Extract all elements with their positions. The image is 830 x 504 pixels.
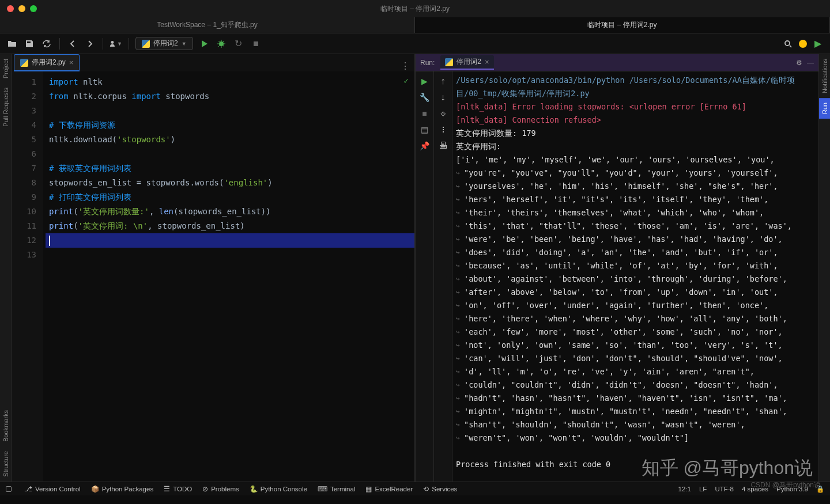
run-coverage-icon[interactable]: ↻ [232,37,245,50]
user-dropdown-icon[interactable]: ▼ [110,37,122,50]
sb-indent[interactable]: 4 spaces [742,486,768,492]
console-output[interactable]: /Users/solo/opt/anaconda3/bin/python /Us… [452,71,818,482]
svg-point-3 [785,41,790,46]
window-title: 临时项目 – 停用词2.py [380,4,450,14]
search-icon[interactable] [782,37,794,50]
status-bar: ⎇ Version Control 📦 Python Packages ☰ TO… [0,482,830,495]
close-tab-icon[interactable]: × [69,58,74,67]
code-body[interactable]: import nltk from nltk.corpus import stop… [43,71,414,482]
sb-python-version[interactable]: Python 3.9 [776,486,808,492]
print-icon[interactable]: 🖶 [439,141,448,151]
run-header: Run: 停用词2 × ⚙ — [416,54,818,71]
close-run-tab-icon[interactable]: × [485,58,489,66]
run-config-selector[interactable]: 停用词2 ▼ [135,37,193,50]
close-icon[interactable] [7,5,14,12]
editor-tab-active[interactable]: 停用词2.py × [14,54,80,71]
stop-icon[interactable] [250,37,262,50]
editor-tabs: 停用词2.py × ⋮ [12,54,414,71]
check-ok-icon: ✓ [404,76,409,85]
chevron-down-icon: ▼ [182,41,187,47]
line-gutter: 12345678910111213 [12,71,43,482]
minimize-icon[interactable] [18,5,25,12]
run-pane: Run: 停用词2 × ⚙ — ▶ 🔧 ■ ▤ 📌 ↑ ↓ ⟐ [415,54,818,482]
svg-point-0 [111,41,114,44]
up-icon[interactable]: ↑ [441,76,446,86]
save-icon[interactable] [23,37,36,50]
sb-version-control[interactable]: ⎇ Version Control [24,485,81,493]
tab-options-icon[interactable]: ⋮ [401,60,410,71]
rerun-icon[interactable]: ▶ [420,76,430,86]
wrench-icon[interactable]: 🔧 [420,92,430,103]
rail-pull-requests[interactable]: Pull Requests [0,83,11,131]
run-config-label: 停用词2 [153,39,178,48]
console-stopwords: ['i', 'me', 'my', 'myself', 'we', 'our',… [456,153,813,445]
window-controls [7,5,37,12]
rail-run[interactable]: Run [819,98,830,119]
down-icon[interactable]: ↓ [441,92,446,103]
sb-excel-reader[interactable]: ▦ ExcelReader [365,485,413,493]
main-toolbar: ▼ 停用词2 ▼ ↻ ▶ [0,33,830,54]
play-arrow-icon[interactable]: ▶ [812,37,824,50]
cursor [49,236,50,246]
forward-icon[interactable] [84,37,96,50]
console-error-2: [nltk_data] Connection refused> [456,113,813,127]
svg-rect-2 [254,41,258,46]
sb-python-console[interactable]: 🐍 Python Console [250,485,307,493]
code-editor[interactable]: ✓ 12345678910111213 import nltk from nlt… [12,71,414,482]
indicator-yellow-icon[interactable] [799,40,807,48]
editor-tab-label: 停用词2.py [32,58,66,67]
right-tool-rail: Notifications Run [818,54,830,482]
sb-encoding[interactable]: UTF-8 [715,486,734,492]
run-tab-label: 停用词2 [456,57,481,67]
sb-lock-icon[interactable]: 🔒 [816,485,824,493]
svg-point-1 [219,41,224,46]
open-icon[interactable] [6,37,18,50]
pin-icon[interactable]: 📌 [420,141,430,151]
rail-notifications[interactable]: Notifications [819,54,830,98]
run-tab-active[interactable]: 停用词2 × [440,55,493,70]
wrap-icon[interactable]: ⟐ [440,108,446,119]
sb-terminal[interactable]: ⌨ Terminal [318,485,355,493]
console-error-1: [nltk_data] Error loading stopwords: <ur… [456,100,813,113]
sb-position[interactable]: 12:1 [678,486,691,492]
console-command: /Users/solo/opt/anaconda3/bin/python /Us… [456,74,813,100]
titlebar: 临时项目 – 停用词2.py [0,0,830,17]
run-toolbar-left: ▶ 🔧 ■ ▤ 📌 [416,71,434,482]
editor-pane: 停用词2.py × ⋮ ✓ 12345678910111213 import n… [12,54,415,482]
sb-python-packages[interactable]: 📦 Python Packages [91,485,154,493]
minimize-panel-icon[interactable]: — [807,59,814,67]
workspace-tab-0[interactable]: TestWorkSpace – 1_知乎爬虫.py [0,17,415,33]
sb-problems[interactable]: ⊘ Problems [202,485,239,493]
rail-project[interactable]: Project [0,54,11,83]
tool-square-icon[interactable] [6,486,12,492]
run-label: Run: [420,59,435,67]
gear-icon[interactable]: ⚙ [796,59,802,67]
rail-structure[interactable]: Structure [0,446,11,482]
sync-icon[interactable] [40,37,53,50]
python-file-icon [20,59,28,67]
workspace-tab-1[interactable]: 临时项目 – 停用词2.py [415,17,830,33]
console-list-label: 英文停用词: [456,140,813,153]
left-tool-rail: Project Pull Requests Bookmarks Structur… [0,54,12,482]
run-toolbar-right: ↑ ↓ ⟐ ⫶ 🖶 [434,71,452,482]
workspace-tabs: TestWorkSpace – 1_知乎爬虫.py 临时项目 – 停用词2.py [0,17,830,33]
sb-services[interactable]: ⟲ Services [423,485,457,493]
debug-icon[interactable] [215,37,228,50]
sb-todo[interactable]: ☰ TODO [164,485,192,493]
back-icon[interactable] [66,37,79,50]
layout-icon[interactable]: ▤ [420,124,430,135]
console-exit: Process finished with exit code 0 [456,458,813,471]
scroll-icon[interactable]: ⫶ [441,124,446,135]
maximize-icon[interactable] [30,5,37,12]
stop-icon[interactable]: ■ [420,108,430,119]
python-icon [445,58,453,66]
run-icon[interactable] [198,37,210,50]
rail-bookmarks[interactable]: Bookmarks [0,406,11,446]
sb-line-ending[interactable]: LF [699,486,707,492]
console-count: 英文停用词数量: 179 [456,127,813,140]
python-icon [142,40,150,48]
